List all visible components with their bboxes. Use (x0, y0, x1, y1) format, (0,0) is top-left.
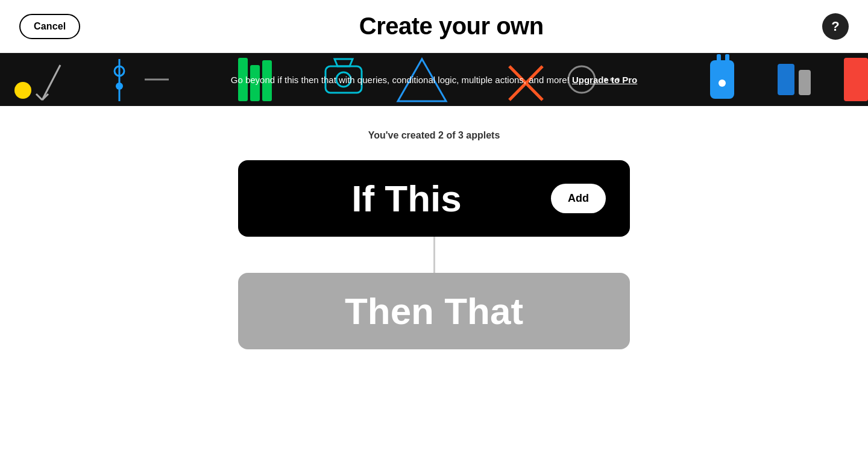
banner-text: Go beyond if this then that with queries… (231, 75, 638, 85)
cancel-button[interactable]: Cancel (19, 14, 80, 39)
svg-marker-27 (335, 59, 353, 66)
help-button[interactable]: ? (822, 13, 849, 40)
svg-point-6 (116, 83, 123, 90)
svg-line-2 (36, 94, 42, 100)
svg-point-20 (719, 80, 726, 87)
add-button[interactable]: Add (551, 184, 606, 213)
page-title: Create your own (359, 13, 544, 40)
svg-rect-21 (778, 64, 794, 95)
svg-line-1 (42, 65, 60, 100)
promo-banner: Go beyond if this then that with queries… (0, 53, 868, 106)
if-this-block[interactable]: If This Add (238, 160, 630, 237)
svg-rect-18 (717, 54, 721, 63)
if-this-label: If This (262, 177, 551, 220)
svg-point-0 (14, 82, 31, 99)
page-header: Cancel Create your own ? (0, 0, 868, 53)
connector-line (433, 237, 435, 273)
svg-rect-19 (725, 54, 729, 63)
upgrade-link[interactable]: Upgrade to Pro (572, 75, 637, 85)
svg-rect-23 (844, 58, 868, 101)
applet-counter: You've created 2 of 3 applets (368, 130, 500, 141)
then-that-block[interactable]: Then That (238, 273, 630, 349)
main-content: You've created 2 of 3 applets If This Ad… (0, 106, 868, 349)
svg-rect-22 (799, 70, 811, 95)
then-that-label: Then That (345, 290, 523, 332)
